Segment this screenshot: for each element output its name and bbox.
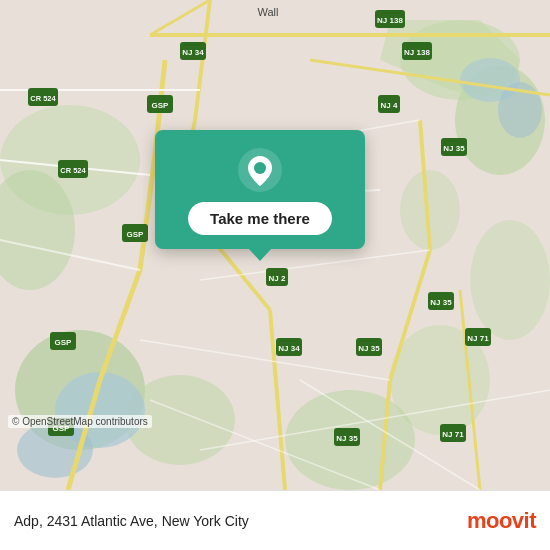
moovit-logo-text: moovit [467, 508, 536, 534]
svg-text:NJ 71: NJ 71 [467, 334, 489, 343]
svg-text:CR 524: CR 524 [60, 166, 86, 175]
moovit-logo: moovit [467, 508, 536, 534]
svg-text:GSP: GSP [127, 230, 145, 239]
svg-point-10 [470, 220, 550, 340]
svg-text:NJ 34: NJ 34 [182, 48, 204, 57]
svg-text:NJ 35: NJ 35 [336, 434, 358, 443]
svg-text:NJ 35: NJ 35 [358, 344, 380, 353]
svg-text:NJ 4: NJ 4 [381, 101, 398, 110]
bottom-bar: Adp, 2431 Atlantic Ave, New York City mo… [0, 490, 550, 550]
take-me-there-button[interactable]: Take me there [188, 202, 332, 235]
svg-text:GSP: GSP [55, 338, 73, 347]
location-pin-icon [238, 148, 282, 192]
osm-credit: © OpenStreetMap contributors [8, 415, 152, 428]
svg-text:NJ 35: NJ 35 [430, 298, 452, 307]
svg-text:NJ 138: NJ 138 [377, 16, 403, 25]
svg-point-79 [254, 162, 266, 174]
map-container: NJ 34 NJ 138 NJ 138 GSP GSP GSP GSP CR 5… [0, 0, 550, 490]
address-label: Adp, 2431 Atlantic Ave, New York City [14, 513, 249, 529]
location-popup: Take me there [155, 130, 365, 249]
svg-text:NJ 138: NJ 138 [404, 48, 430, 57]
svg-text:CR 524: CR 524 [30, 94, 56, 103]
svg-text:NJ 34: NJ 34 [278, 344, 300, 353]
svg-text:GSP: GSP [152, 101, 170, 110]
svg-text:NJ 35: NJ 35 [443, 144, 465, 153]
svg-text:NJ 71: NJ 71 [442, 430, 464, 439]
svg-text:NJ 2: NJ 2 [269, 274, 286, 283]
svg-text:Wall: Wall [258, 6, 279, 18]
